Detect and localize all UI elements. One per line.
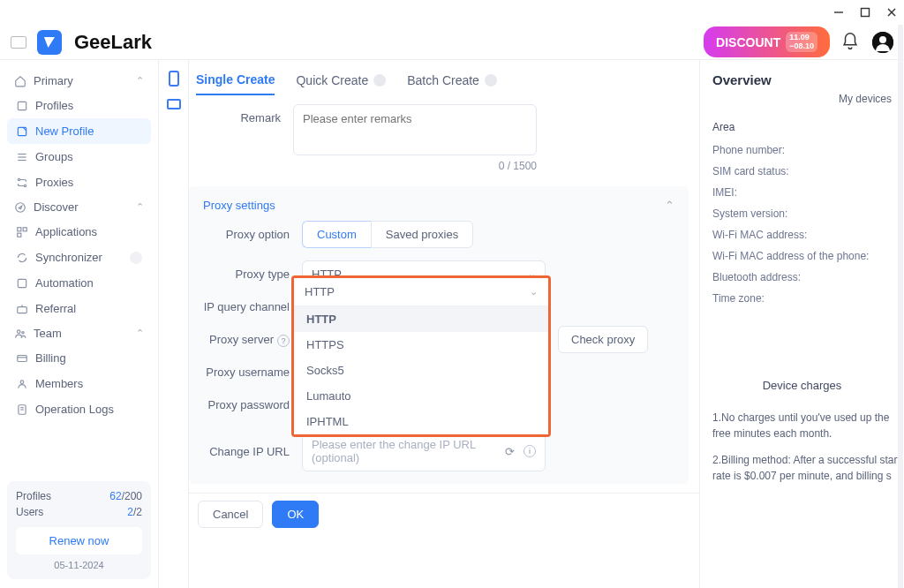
check-proxy-button[interactable]: Check proxy [558,326,648,353]
svg-rect-1 [862,9,870,17]
proxy-settings-title: Proxy settings [203,199,275,212]
sidebar-item-referral[interactable]: Referral [7,296,151,321]
section-team[interactable]: Team ⌃ [7,321,151,345]
dropdown-selected[interactable]: HTTP ⌄ [294,278,548,306]
status-dot [130,252,142,264]
overview-row: IMEI: [712,186,904,199]
ok-button[interactable]: OK [272,501,319,528]
section-label: Discover [34,200,79,214]
help-icon[interactable]: ? [277,335,290,347]
option-saved-button[interactable]: Saved proxies [371,221,473,248]
sidebar-item-operation-logs[interactable]: Operation Logs [7,396,151,422]
content-area: Single Create Quick Create Batch Create … [189,60,699,588]
app-logo [37,30,62,55]
tab-quick-create[interactable]: Quick Create [296,72,386,95]
chevron-up-icon: ⌃ [136,201,144,213]
sidebar-item-profiles[interactable]: Profiles [7,93,151,118]
users-total: /2 [133,506,142,518]
remark-input[interactable] [293,104,537,155]
minimize-button[interactable] [833,7,844,18]
my-devices-tab[interactable]: My devices [712,93,904,105]
discount-badge[interactable]: DISCOUNT 11.09 −08.10 [704,26,830,57]
renew-button[interactable]: Renew now [16,527,142,554]
dropdown-item-http[interactable]: HTTP [294,306,548,332]
tab-badge [485,74,497,87]
dropdown-item-iphtml[interactable]: IPHTML [294,409,548,434]
panel-toggle-icon[interactable] [11,36,26,49]
cancel-button[interactable]: Cancel [198,501,263,528]
select-value: HTTP [305,285,335,298]
dropdown-item-lumauto[interactable]: Lumauto [294,383,548,409]
footer-buttons: Cancel OK [189,493,699,535]
discount-dates: 11.09 −08.10 [786,32,817,52]
proxies-icon [16,177,28,189]
profiles-icon [16,100,28,112]
nav-label: Members [35,377,83,390]
section-primary[interactable]: Primary ⌃ [7,69,151,93]
sidebar-item-applications[interactable]: Applications [7,219,151,245]
proxy-option-segment: Custom Saved proxies [302,221,473,248]
profiles-total: /200 [122,490,142,502]
monitor-icon[interactable] [167,99,181,109]
nav-label: Groups [35,150,73,163]
sidebar: Primary ⌃ Profiles New Profile Groups Pr… [0,60,159,588]
users-used: 2 [127,506,133,518]
discount-label: DISCOUNT [716,35,780,49]
sidebar-item-new-profile[interactable]: New Profile [7,118,151,144]
charges-text-2: 2.Billing method: After a successful sta… [712,452,904,484]
option-custom-button[interactable]: Custom [302,221,371,248]
groups-icon [16,151,28,163]
tab-batch-create[interactable]: Batch Create [407,72,497,95]
remark-label: Remark [189,104,293,124]
nav-label: Synchronizer [35,251,102,264]
dropdown-item-socks5[interactable]: Socks5 [294,358,548,383]
maximize-button[interactable] [860,7,870,18]
proxy-option-label: Proxy option [198,228,302,241]
sidebar-item-groups[interactable]: Groups [7,144,151,170]
sidebar-item-synchronizer[interactable]: Synchronizer [7,245,151,270]
overview-row: Bluetooth address: [712,271,904,283]
proxy-password-label: Proxy password [198,398,302,411]
close-button[interactable] [886,7,897,18]
tab-label: Quick Create [296,73,368,87]
chevron-up-icon: ⌃ [136,328,144,339]
phone-icon[interactable] [169,71,179,87]
nav-label: Profiles [35,99,73,112]
section-discover[interactable]: Discover ⌃ [7,195,151,219]
svg-rect-21 [18,355,27,361]
tab-single-create[interactable]: Single Create [196,72,275,95]
users-label: Users [16,506,43,518]
svg-point-20 [22,331,24,333]
refresh-icon[interactable]: ⟳ [505,445,515,458]
chevron-down-icon: ⌄ [530,286,538,298]
help-icon[interactable]: i [524,445,536,457]
chevron-up-icon[interactable]: ⌃ [665,199,674,212]
proxy-username-label: Proxy username [198,366,302,379]
proxy-type-dropdown: HTTP ⌄ HTTP HTTPS Socks5 Lumauto IPHTML [291,275,551,437]
svg-rect-18 [18,306,27,313]
tab-label: Batch Create [407,73,479,87]
sidebar-item-billing[interactable]: Billing [7,345,151,371]
user-avatar[interactable] [872,32,893,53]
scrollbar[interactable] [898,25,903,588]
overview-row: Phone number: [712,144,904,156]
sidebar-item-automation[interactable]: Automation [7,270,151,296]
svg-point-11 [18,178,19,180]
dropdown-item-https[interactable]: HTTPS [294,332,548,358]
nav-label: Proxies [35,176,73,189]
sidebar-item-members[interactable]: Members [7,371,151,396]
apps-icon [16,226,28,238]
section-label: Primary [34,74,73,87]
proxy-type-label: Proxy type [198,268,302,281]
sidebar-item-proxies[interactable]: Proxies [7,170,151,195]
profiles-used: 62 [109,490,121,502]
automation-icon [16,277,28,290]
svg-point-5 [879,36,886,43]
overview-row: System version: [712,207,904,220]
overview-row: Time zone: [712,292,904,305]
logs-icon [16,403,28,416]
ip-query-label: IP query channel [198,300,302,313]
sync-icon [16,252,28,264]
bell-icon[interactable] [840,32,862,53]
overview-row: Wi-Fi MAC address of the phone: [712,250,904,262]
